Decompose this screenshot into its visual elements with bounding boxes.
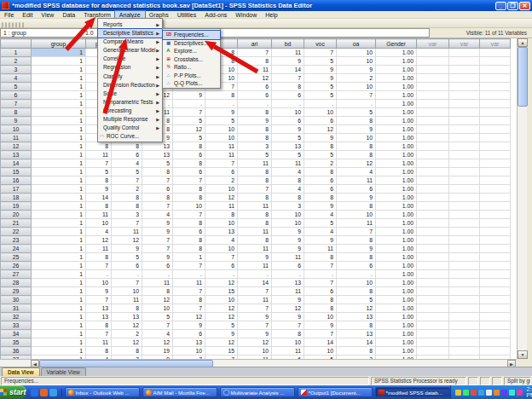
cell-gender[interactable]: 1.00 (376, 100, 417, 108)
cell-c4[interactable]: 7 (142, 245, 173, 253)
cell-voc[interactable]: 4 (304, 228, 337, 236)
cell-var[interactable] (417, 49, 449, 57)
cell-var[interactable] (417, 176, 449, 185)
cell-pc[interactable]: 8 (86, 202, 112, 211)
cell-var[interactable] (480, 91, 511, 100)
cell-var[interactable] (417, 347, 449, 356)
cell-c6[interactable]: 10 (205, 296, 238, 304)
cell-c5[interactable]: 5 (173, 134, 205, 142)
cell-var[interactable] (449, 83, 480, 91)
cell-voc[interactable]: 9 (304, 236, 337, 245)
cell-oa[interactable]: 8 (337, 117, 376, 125)
cell-var[interactable] (417, 262, 449, 270)
cell-c5[interactable]: 8 (173, 194, 205, 202)
cell-oa[interactable]: 12 (337, 304, 376, 313)
cell-c6[interactable]: 12 (205, 279, 238, 287)
cell-oa[interactable]: 14 (337, 338, 376, 347)
cell-oa[interactable]: 9 (337, 245, 376, 253)
cell-ari[interactable]: 8 (238, 176, 272, 185)
cell-oa[interactable]: 9 (337, 66, 376, 74)
tab-variable-view[interactable]: Variable View (41, 367, 86, 376)
cell-c6[interactable]: 9 (205, 108, 238, 117)
cell-bd[interactable]: 6 (272, 262, 304, 270)
tray-icon[interactable] (463, 390, 469, 396)
menu-item-roc-curve-[interactable]: ◠ROC Curve... (98, 132, 162, 141)
cell-c5[interactable]: 10 (173, 347, 205, 356)
cell-var[interactable] (480, 168, 511, 176)
cell-oa[interactable]: 4 (337, 168, 376, 176)
cell-oa[interactable]: 10 (337, 279, 376, 287)
cell-ari[interactable]: . (238, 100, 272, 108)
cell-oa[interactable]: 8 (337, 287, 376, 296)
cell-ari[interactable]: 9 (238, 253, 272, 262)
column-header-gender[interactable]: Gender (376, 39, 417, 49)
cell-ari[interactable]: 12 (238, 338, 272, 347)
cell-gender[interactable]: 1.00 (376, 83, 417, 91)
cell-gender[interactable]: 1.00 (376, 125, 417, 134)
cell-c4[interactable]: 8 (142, 194, 173, 202)
cell-group[interactable]: 1 (32, 83, 86, 91)
cell-c5[interactable]: 8 (173, 245, 205, 253)
cell-var[interactable] (480, 194, 511, 202)
start-button[interactable]: start (0, 385, 26, 399)
cell-bd[interactable]: 8 (272, 176, 304, 185)
cell-bd[interactable]: 5 (272, 151, 304, 159)
cell-voc[interactable]: 9 (304, 321, 337, 330)
cell-ari[interactable]: 11 (238, 296, 272, 304)
row-header[interactable]: 14 (1, 159, 32, 168)
close-button[interactable]: ✕ (519, 2, 530, 10)
cell-c5[interactable]: 6 (173, 168, 205, 176)
menu-item-regression[interactable]: Regression▶ (98, 63, 162, 72)
cell-var[interactable] (417, 108, 449, 117)
row-header[interactable]: 24 (1, 245, 32, 253)
cell-c4[interactable]: 7 (142, 202, 173, 211)
cell-c4[interactable]: 4 (142, 211, 173, 219)
cell-c5[interactable]: 1 (173, 253, 205, 262)
cell-oa[interactable]: 10 (337, 134, 376, 142)
row-header[interactable]: 16 (1, 176, 32, 185)
cell-var[interactable] (417, 245, 449, 253)
cell-ari[interactable]: 8 (238, 168, 272, 176)
cell-c3[interactable]: 7 (112, 279, 142, 287)
cell-c6[interactable]: 15 (205, 347, 238, 356)
cell-bd[interactable]: 12 (272, 304, 304, 313)
menu-data[interactable]: Data (58, 11, 79, 19)
cell-ari[interactable]: 12 (238, 74, 272, 83)
cell-voc[interactable]: 6 (304, 287, 337, 296)
cell-c6[interactable]: 8 (205, 91, 238, 100)
cell-var[interactable] (480, 321, 511, 330)
cell-pc[interactable]: 11 (86, 151, 112, 159)
cell-group[interactable]: 1 (32, 151, 86, 159)
cell-c5[interactable]: 6 (173, 228, 205, 236)
cell-var[interactable] (449, 91, 480, 100)
cell-c5[interactable]: 13 (173, 338, 205, 347)
row-header[interactable]: 4 (1, 74, 32, 83)
cell-gender[interactable]: 1.00 (376, 211, 417, 219)
cell-group[interactable]: 1 (32, 108, 86, 117)
cell-ari[interactable]: 8 (238, 236, 272, 245)
cell-pc[interactable]: 13 (86, 313, 112, 321)
cell-voc[interactable]: 7 (304, 279, 337, 287)
cell-c6[interactable]: 7 (205, 253, 238, 262)
cell-c3[interactable]: 5 (112, 253, 142, 262)
cell-c4[interactable]: 6 (142, 262, 173, 270)
cell-bd[interactable]: 13 (272, 142, 304, 151)
cell-c4[interactable]: 5 (142, 313, 173, 321)
cell-oa[interactable]: 11 (337, 219, 376, 228)
cell-pc[interactable]: 8 (86, 142, 112, 151)
cell-bd[interactable]: 11 (272, 347, 304, 356)
cell-c6[interactable]: 12 (205, 338, 238, 347)
cell-bd[interactable]: 10 (272, 108, 304, 117)
cell-oa[interactable]: 9 (337, 125, 376, 134)
cell-pc[interactable]: 8 (86, 347, 112, 356)
cell-ari[interactable]: 8 (238, 134, 272, 142)
cell-var[interactable] (417, 168, 449, 176)
cell-bd[interactable]: 13 (272, 279, 304, 287)
cell-var[interactable] (449, 142, 480, 151)
cell-var[interactable] (480, 296, 511, 304)
cell-var[interactable] (449, 134, 480, 142)
cell-ari[interactable]: 10 (238, 347, 272, 356)
cell-var[interactable] (417, 142, 449, 151)
cell-pc[interactable]: 7 (86, 296, 112, 304)
cell-gender[interactable]: 1.00 (376, 108, 417, 117)
